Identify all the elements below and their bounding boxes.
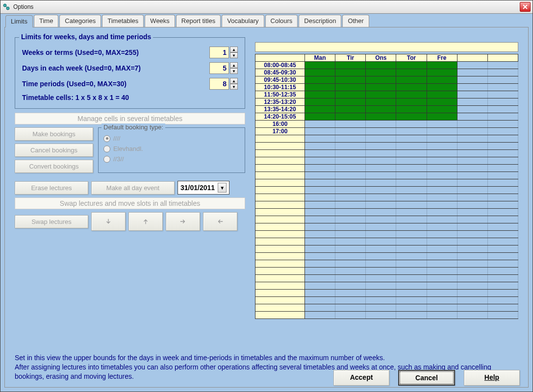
timetable-cell[interactable] xyxy=(335,150,366,157)
timetable-cell[interactable] xyxy=(487,91,518,98)
timetable-cell[interactable] xyxy=(305,268,335,275)
timetable-cell[interactable] xyxy=(427,91,457,98)
days-value[interactable]: 5 xyxy=(209,62,229,74)
tab-timetables[interactable]: Timetables xyxy=(102,15,144,27)
timetable-cell[interactable] xyxy=(427,172,457,179)
timetable-cell[interactable] xyxy=(427,297,457,304)
timetable-cell[interactable] xyxy=(335,253,366,260)
timetable-cell[interactable] xyxy=(366,98,396,106)
move-down-button[interactable] xyxy=(91,212,126,231)
timetable-cell[interactable] xyxy=(487,290,518,297)
timetable-cell[interactable] xyxy=(366,297,396,304)
timetable-cell[interactable] xyxy=(366,187,396,194)
timetable-cell[interactable] xyxy=(396,268,427,275)
timetable-cell[interactable] xyxy=(457,84,487,91)
move-right-button[interactable] xyxy=(166,212,200,231)
timetable-cell[interactable] xyxy=(305,216,335,223)
timetable-cell[interactable] xyxy=(305,128,335,135)
timetable-cell[interactable] xyxy=(335,128,366,135)
timetable-cell[interactable] xyxy=(366,245,396,253)
timetable-cell[interactable] xyxy=(305,157,335,165)
timetable-cell[interactable] xyxy=(396,157,427,165)
timetable-cell[interactable] xyxy=(487,297,518,304)
timetable-cell[interactable] xyxy=(366,179,396,187)
weeks-down[interactable]: ▼ xyxy=(230,52,238,58)
tab-weeks[interactable]: Weeks xyxy=(145,15,175,27)
convert-bookings-button[interactable]: Convert bookings xyxy=(15,160,93,173)
timetable-cell[interactable] xyxy=(457,223,487,231)
timetable-cell[interactable] xyxy=(487,304,518,312)
timetable-cell[interactable] xyxy=(457,260,487,268)
timetable-cell[interactable] xyxy=(305,290,335,297)
date-field[interactable]: 31/01/2011 ▼ xyxy=(178,181,229,195)
timetable-cell[interactable] xyxy=(457,216,487,223)
cancel-bookings-button[interactable]: Cancel bookings xyxy=(15,144,93,157)
make-allday-button[interactable]: Make all day event xyxy=(91,181,175,195)
timetable-cell[interactable] xyxy=(487,98,518,106)
timetable-cell[interactable] xyxy=(305,121,335,128)
timetable-cell[interactable] xyxy=(457,135,487,143)
timetable-cell[interactable] xyxy=(457,128,487,135)
timetable-cell[interactable] xyxy=(427,187,457,194)
timetable-cell[interactable] xyxy=(305,260,335,268)
timetable-cell[interactable] xyxy=(396,304,427,312)
timetable-cell[interactable] xyxy=(487,179,518,187)
timetable-cell[interactable] xyxy=(427,201,457,209)
timetable-cell[interactable] xyxy=(487,238,518,245)
timetable-cell[interactable] xyxy=(366,304,396,312)
timetable-cell[interactable] xyxy=(427,84,457,91)
timetable-cell[interactable] xyxy=(366,172,396,179)
timetable-cell[interactable] xyxy=(366,84,396,91)
timetable-cell[interactable] xyxy=(366,128,396,135)
timetable-cell[interactable] xyxy=(305,135,335,143)
timetable-cell[interactable] xyxy=(366,253,396,260)
timetable-cell[interactable] xyxy=(335,268,366,275)
timetable-cell[interactable] xyxy=(305,106,335,113)
timetable-cell[interactable] xyxy=(427,194,457,201)
timetable-cell[interactable] xyxy=(457,113,487,121)
timetable-cell[interactable] xyxy=(305,304,335,312)
timetable-cell[interactable] xyxy=(457,121,487,128)
timetable-cell[interactable] xyxy=(487,312,518,319)
timetable-cell[interactable] xyxy=(457,209,487,216)
timetable-cell[interactable] xyxy=(396,128,427,135)
timetable-cell[interactable] xyxy=(305,179,335,187)
timetable-cell[interactable] xyxy=(335,143,366,150)
timetable-cell[interactable] xyxy=(366,157,396,165)
timetable-cell[interactable] xyxy=(487,121,518,128)
timetable-cell[interactable] xyxy=(427,135,457,143)
timetable-cell[interactable] xyxy=(305,172,335,179)
periods-down[interactable]: ▼ xyxy=(230,84,238,90)
timetable-cell[interactable] xyxy=(305,76,335,84)
timetable-cell[interactable] xyxy=(335,209,366,216)
timetable-cell[interactable] xyxy=(366,165,396,172)
timetable-cell[interactable] xyxy=(457,268,487,275)
timetable-cell[interactable] xyxy=(335,76,366,84)
timetable-cell[interactable] xyxy=(366,201,396,209)
timetable-cell[interactable] xyxy=(457,69,487,76)
timetable-cell[interactable] xyxy=(335,216,366,223)
timetable-cell[interactable] xyxy=(305,209,335,216)
timetable-cell[interactable] xyxy=(335,201,366,209)
timetable-cell[interactable] xyxy=(427,245,457,253)
timetable-cell[interactable] xyxy=(396,106,427,113)
timetable-cell[interactable] xyxy=(396,216,427,223)
timetable-cell[interactable] xyxy=(335,282,366,290)
timetable-cell[interactable] xyxy=(427,290,457,297)
timetable-cell[interactable] xyxy=(335,260,366,268)
timetable-cell[interactable] xyxy=(305,297,335,304)
timetable-cell[interactable] xyxy=(487,84,518,91)
tab-limits[interactable]: Limits xyxy=(5,15,33,27)
timetable-cell[interactable] xyxy=(487,275,518,282)
timetable-cell[interactable] xyxy=(396,194,427,201)
timetable-cell[interactable] xyxy=(457,238,487,245)
timetable-cell[interactable] xyxy=(457,253,487,260)
timetable-cell[interactable] xyxy=(335,187,366,194)
tab-colours[interactable]: Colours xyxy=(265,15,298,27)
timetable-cell[interactable] xyxy=(366,194,396,201)
timetable-cell[interactable] xyxy=(427,253,457,260)
timetable-cell[interactable] xyxy=(366,231,396,238)
timetable-cell[interactable] xyxy=(427,69,457,76)
timetable-cell[interactable] xyxy=(396,98,427,106)
timetable-cell[interactable] xyxy=(487,282,518,290)
